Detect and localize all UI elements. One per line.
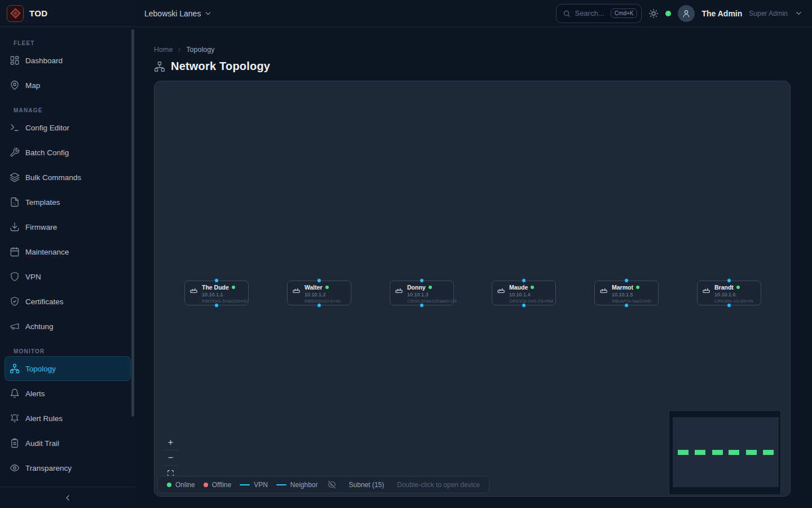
device-node-brandt[interactable]: Brandt 10.10.1.6 CRS309-1G-8S+IN [697, 281, 761, 305]
sidebar-item-maintenance[interactable]: Maintenance [5, 239, 131, 264]
device-node-the-dude[interactable]: The Dude 10.10.1.1 RBD53iG-5HacD2HnD [184, 281, 249, 305]
user-icon [682, 9, 691, 18]
node-model: RBD53iG-5HacD2HnD [202, 299, 248, 304]
node-handle-top[interactable] [317, 278, 321, 283]
minimap[interactable] [669, 410, 781, 495]
sidebar-item-certificates[interactable]: Certificates [5, 289, 131, 314]
sidebar-item-batch-config[interactable]: Batch Config [5, 140, 131, 165]
sidebar-item-dashboard[interactable]: Dashboard [5, 48, 131, 73]
node-name: Marmot [612, 284, 633, 291]
minimap-node [712, 450, 723, 455]
node-handle-bottom[interactable] [214, 303, 219, 308]
chevron-down-icon [204, 10, 212, 17]
download-icon [10, 222, 20, 232]
node-name: Donny [407, 284, 426, 291]
sidebar-item-alert-rules[interactable]: Alert Rules [5, 406, 131, 431]
legend-neighbor: Neighbor [276, 481, 318, 489]
sidebar-item-label: Maintenance [25, 248, 69, 256]
sidebar-item-transparency[interactable]: Transparency [5, 456, 131, 480]
legend-offline: Offline [204, 481, 231, 489]
node-handle-top[interactable] [727, 278, 731, 283]
sidebar-item-bulk-commands[interactable]: Bulk Commands [5, 165, 131, 190]
org-switcher[interactable]: Lebowski Lanes [144, 9, 212, 18]
device-node-marmot[interactable]: Marmot 10.10.1.5 RBcAPGi-5acD2nD [594, 281, 659, 305]
sidebar-item-config-editor[interactable]: Config Editor [5, 115, 131, 140]
subnet-count-label: Subnet (15) [349, 481, 385, 489]
org-name: Lebowski Lanes [144, 9, 201, 18]
offline-dot-icon [204, 483, 208, 487]
online-status-dot [429, 286, 432, 289]
node-ip: 10.10.1.4 [509, 292, 553, 297]
sidebar-item-vpn[interactable]: VPN [5, 264, 131, 289]
minimap-node [695, 450, 705, 455]
router-icon [189, 286, 198, 294]
device-node-walter[interactable]: Walter 10.10.1.2 RB5009UG+S+IN [287, 281, 351, 305]
sidebar-item-alerts[interactable]: Alerts [5, 381, 131, 406]
node-handle-top[interactable] [214, 278, 219, 283]
theme-toggle-button[interactable] [648, 8, 659, 19]
sidebar-item-label: Alert Rules [25, 414, 63, 423]
breadcrumb: Home Topology [154, 46, 791, 54]
node-handle-bottom[interactable] [624, 303, 629, 308]
search-box[interactable]: Cmd+K [556, 4, 642, 23]
user-role-badge: Super Admin [749, 10, 788, 17]
sidebar-nav: FLEET Dashboard Map MANAGE Config Editor [0, 27, 135, 487]
minimap-node [763, 450, 774, 455]
node-model: RB5009UG+S+IN [304, 299, 341, 304]
node-handle-bottom[interactable] [317, 303, 321, 308]
search-icon [563, 10, 571, 17]
section-label-monitor: MONITOR [9, 348, 126, 354]
canvas-hint: Double-click to open device [397, 481, 480, 489]
sidebar-item-templates[interactable]: Templates [5, 190, 131, 214]
node-model: CRS309-1G-8S+IN [714, 299, 753, 304]
sidebar-item-label: VPN [25, 273, 41, 281]
device-node-maude[interactable]: Maude 10.10.1.4 CRS326-24G-2S+RM [492, 281, 556, 305]
breadcrumb-current: Topology [186, 46, 214, 54]
online-dot-icon [167, 483, 171, 487]
sidebar: TOD FLEET Dashboard Map MANAGE Config Ed… [0, 0, 135, 508]
node-handle-bottom[interactable] [420, 303, 424, 308]
app-logo-text: TOD [29, 8, 48, 18]
node-model: C52iG-5HaxD2HaxD-US [407, 299, 457, 304]
sidebar-item-label: Achtung [25, 322, 54, 331]
online-status-dot [636, 286, 639, 289]
router-icon [702, 286, 710, 294]
node-handle-bottom[interactable] [522, 303, 526, 308]
page-title: Network Topology [171, 60, 270, 73]
node-handle-top[interactable] [420, 278, 424, 283]
sidebar-item-label: Alerts [25, 389, 45, 398]
node-handle-bottom[interactable] [727, 303, 731, 308]
user-menu-chevron-down-icon[interactable] [795, 9, 803, 17]
search-input[interactable] [575, 9, 606, 17]
sidebar-item-topology[interactable]: Topology [5, 356, 131, 381]
legend-bar: Online Offline VPN Neighbor Subnet (15) … [157, 476, 489, 493]
sidebar-item-label: Config Editor [25, 124, 69, 132]
logo-row: TOD [0, 0, 135, 27]
map-pin-icon [10, 80, 20, 90]
avatar[interactable] [678, 5, 695, 22]
node-handle-top[interactable] [624, 278, 629, 283]
eye-off-icon [328, 480, 336, 489]
sidebar-item-map[interactable]: Map [5, 73, 131, 98]
node-name: Walter [304, 284, 323, 291]
breadcrumb-home[interactable]: Home [154, 46, 173, 54]
sidebar-scrollbar[interactable] [131, 29, 134, 417]
sidebar-item-label: Topology [25, 365, 56, 373]
neighbor-line-icon [276, 484, 286, 485]
node-handle-top[interactable] [522, 278, 526, 283]
sidebar-item-audit-trail[interactable]: Audit Trail [5, 431, 131, 456]
connection-status-dot [665, 11, 671, 16]
search-shortcut-badge: Cmd+K [611, 8, 638, 18]
sidebar-item-firmware[interactable]: Firmware [5, 214, 131, 239]
sidebar-collapse-button[interactable] [0, 487, 135, 508]
legend-vpn: VPN [240, 481, 268, 489]
node-model: RBcAPGi-5acD2nD [612, 299, 651, 304]
sidebar-item-achtung[interactable]: Achtung [5, 314, 131, 339]
zoom-out-button[interactable]: − [163, 450, 178, 466]
clipboard-icon [10, 438, 20, 448]
rug-logo-icon [7, 5, 24, 22]
topology-canvas[interactable]: The Dude 10.10.1.1 RBD53iG-5HacD2HnD Wal… [154, 81, 791, 497]
toggle-subnet-visibility-button[interactable] [328, 480, 336, 489]
device-node-donny[interactable]: Donny 10.10.1.3 C52iG-5HaxD2HaxD-US [390, 281, 454, 305]
zoom-in-button[interactable]: + [163, 435, 178, 450]
